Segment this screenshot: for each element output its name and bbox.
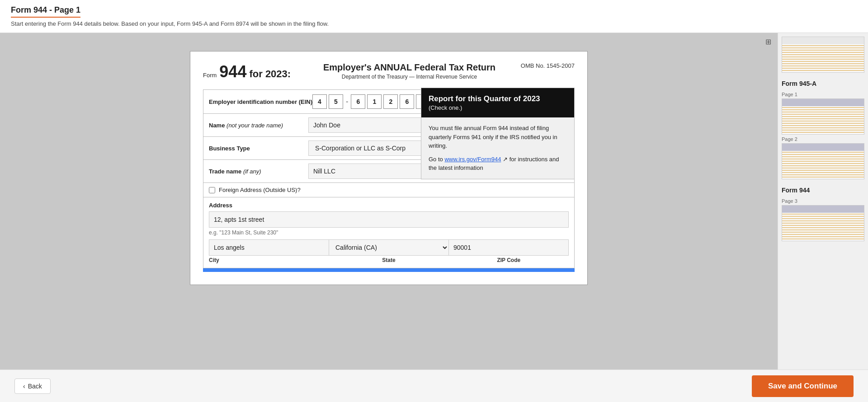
ein-digit-3: 6 xyxy=(351,94,365,109)
form944-page3-label: Page 3 xyxy=(782,198,864,204)
ein-digit-5: 2 xyxy=(383,94,398,109)
form-header-left: Form 944 for 2023: xyxy=(203,62,291,81)
back-label: Back xyxy=(28,383,42,390)
form-document: Form 944 for 2023: Employer's ANNUAL Fed… xyxy=(190,51,588,285)
name-label: Name (not your trade name) xyxy=(209,122,308,129)
page-subtitle: Start entering the Form 944 details belo… xyxy=(11,20,857,33)
right-sidebar: Form 945-A Page 1 Page 2 Form 944 Page xyxy=(778,33,868,369)
top-bar: Form 944 - Page 1 Start entering the For… xyxy=(0,0,868,33)
quarter-check-one: (Check one.) xyxy=(429,104,567,111)
business-type-label: Business Type xyxy=(209,145,308,152)
state-select[interactable]: California (CA) Alabama (AL) Alaska (AK)… xyxy=(329,239,449,256)
city-state-zip-labels: City State ZIP Code xyxy=(209,257,569,263)
address-section: Address e.g. "123 Main St, Suite 230" Ca… xyxy=(203,197,575,268)
quarter-body-text: You must file annual Form 944 instead of… xyxy=(429,124,567,150)
expand-icon[interactable]: ⊞ xyxy=(765,37,771,46)
external-icon: ↗ xyxy=(501,156,508,163)
address-label: Address xyxy=(209,202,569,209)
quarter-body: You must file annual Form 944 instead of… xyxy=(421,117,574,179)
name-italic: (not your trade name) xyxy=(226,122,283,129)
ein-dash: - xyxy=(346,98,348,106)
form945a-page2-thumbnail[interactable] xyxy=(782,143,864,179)
top-thumbnail-group xyxy=(782,37,864,73)
address-input[interactable] xyxy=(209,211,569,228)
form-area: ⊞ Form 944 for 2023: Employer's ANNUAL F… xyxy=(0,33,778,369)
form944-page3-group: Page 3 xyxy=(782,198,864,241)
trade-name-italic: (if any) xyxy=(243,168,261,175)
quarter-panel: Report for this Quarter of 2023 (Check o… xyxy=(421,88,575,179)
form945a-group: Form 945-A Page 1 Page 2 xyxy=(782,80,864,179)
foreign-address-checkbox[interactable] xyxy=(209,187,215,193)
back-chevron-icon: ‹ xyxy=(23,383,25,390)
form-prefix: Form xyxy=(203,72,217,79)
form944-title: Form 944 xyxy=(782,187,864,194)
form-subtitle: Department of the Treasury — Internal Re… xyxy=(298,74,521,80)
thumbnail-header-3 xyxy=(782,144,864,151)
thumbnail-body-1 xyxy=(782,44,864,72)
form944-group: Form 944 Page 3 xyxy=(782,187,864,241)
state-label: State xyxy=(329,257,448,263)
form945a-page1-group: Page 1 xyxy=(782,92,864,135)
page-title: Form 944 - Page 1 xyxy=(11,5,80,18)
irs-link[interactable]: www.irs.gov/Form944 xyxy=(444,156,501,163)
zip-input[interactable] xyxy=(449,239,569,256)
back-button[interactable]: ‹ Back xyxy=(14,379,51,394)
save-continue-button[interactable]: Save and Continue xyxy=(752,375,854,397)
thumbnail-header-1 xyxy=(782,37,864,44)
quarter-title: Report for this Quarter of 2023 xyxy=(429,94,567,103)
ein-digit-2: 5 xyxy=(329,94,343,109)
ein-digit-4: 1 xyxy=(367,94,382,109)
form-number: 944 xyxy=(219,62,246,81)
thumbnail-body-2 xyxy=(782,106,864,134)
city-label: City xyxy=(209,257,329,263)
ein-row: Employer identification number (EIN) 4 5… xyxy=(203,89,575,114)
form945a-page2-label: Page 2 xyxy=(782,136,864,142)
bottom-blue-bar xyxy=(203,268,575,272)
form-title-center: Employer's ANNUAL Federal Tax Return Dep… xyxy=(291,62,521,80)
ein-digit-1: 4 xyxy=(312,94,327,109)
foreign-address-row: Foreign Address (Outside US)? xyxy=(203,183,575,197)
form-year: for 2023: xyxy=(249,68,291,80)
thumbnail-body-3 xyxy=(782,151,864,179)
top-thumbnail xyxy=(782,37,864,73)
ein-label: Employer identification number (EIN) xyxy=(209,98,312,105)
form-header: Form 944 for 2023: Employer's ANNUAL Fed… xyxy=(203,62,575,81)
address-hint: e.g. "123 Main St, Suite 230" xyxy=(209,229,569,236)
form945a-page1-label: Page 1 xyxy=(782,92,864,97)
form945a-page1-thumbnail[interactable] xyxy=(782,98,864,135)
form945a-page2-group: Page 2 xyxy=(782,136,864,179)
ein-digit-6: 6 xyxy=(400,94,414,109)
main-area: ⊞ Form 944 for 2023: Employer's ANNUAL F… xyxy=(0,33,868,369)
city-state-zip-row: California (CA) Alabama (AL) Alaska (AK)… xyxy=(209,239,569,256)
city-input[interactable] xyxy=(209,239,329,256)
footer-bar: ‹ Back Save and Continue xyxy=(0,369,868,402)
trade-name-label: Trade name (if any) xyxy=(209,168,308,175)
zip-label: ZIP Code xyxy=(449,257,569,263)
quarter-header: Report for this Quarter of 2023 (Check o… xyxy=(421,88,574,117)
omb-number: OMB No. 1545-2007 xyxy=(521,62,575,69)
form-main-title: Employer's ANNUAL Federal Tax Return xyxy=(298,62,521,73)
thumbnail-body-4 xyxy=(782,213,864,241)
thumbnail-header-4 xyxy=(782,206,864,213)
form945a-title: Form 945-A xyxy=(782,80,864,87)
go-to-prefix: Go to xyxy=(429,156,444,163)
quarter-link-line: Go to www.irs.gov/Form944 ↗ for instruct… xyxy=(429,155,567,173)
thumbnail-header-2 xyxy=(782,99,864,106)
form944-page3-thumbnail[interactable] xyxy=(782,205,864,241)
foreign-address-label[interactable]: Foreign Address (Outside US)? xyxy=(219,187,301,193)
